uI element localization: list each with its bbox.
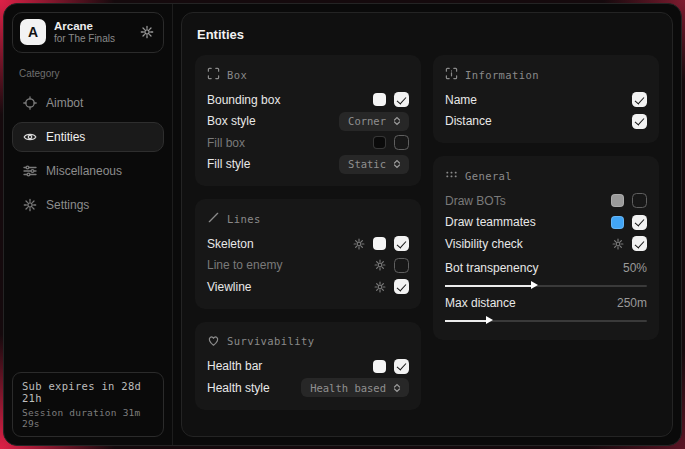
card-title: Box bbox=[227, 69, 247, 81]
color-swatch[interactable] bbox=[611, 216, 624, 229]
card-title: General bbox=[465, 170, 512, 182]
gear-icon bbox=[23, 198, 37, 212]
checkbox[interactable] bbox=[394, 92, 409, 107]
general-card-header: General bbox=[445, 168, 647, 183]
color-swatch[interactable] bbox=[373, 237, 386, 250]
bot-transparency-slider[interactable] bbox=[445, 285, 647, 287]
gear-icon[interactable] bbox=[374, 281, 386, 293]
crosshair-icon bbox=[23, 96, 37, 110]
setting-label: Health style bbox=[207, 381, 301, 395]
dropdown-value: Static bbox=[348, 158, 386, 170]
sub-expires-text: Sub expires in 28d 21h bbox=[22, 380, 154, 404]
sidebar-item-miscellaneous[interactable]: Miscellaneous bbox=[12, 156, 164, 186]
box-card: Box Bounding box Box style Corne bbox=[195, 55, 421, 186]
unfold-icon bbox=[392, 159, 402, 169]
setting-row-line-to-enemy: Line to enemy bbox=[207, 255, 409, 277]
setting-row-bounding-box: Bounding box bbox=[207, 89, 409, 111]
setting-label: Fill style bbox=[207, 157, 339, 171]
gear-icon[interactable] bbox=[140, 25, 154, 39]
color-swatch[interactable] bbox=[373, 93, 386, 106]
sidebar-item-settings[interactable]: Settings bbox=[12, 190, 164, 220]
sliders-icon bbox=[23, 164, 37, 178]
box-style-dropdown[interactable]: Corner bbox=[339, 112, 409, 131]
right-column: Information Name Distance bbox=[433, 55, 659, 410]
setting-row-fill-box: Fill box bbox=[207, 132, 409, 154]
setting-label: Line to enemy bbox=[207, 258, 374, 272]
max-distance-slider-block: Max distance 250m bbox=[445, 294, 647, 322]
general-card: General Draw BOTs Draw teammates bbox=[433, 156, 659, 340]
logo-card: A Arcane for The Finals bbox=[12, 12, 164, 53]
survivability-card-header: Survivability bbox=[207, 334, 409, 349]
gear-icon[interactable] bbox=[374, 259, 386, 271]
setting-row-skeleton: Skeleton bbox=[207, 233, 409, 255]
lines-card-header: Lines bbox=[207, 211, 409, 226]
box-card-header: Box bbox=[207, 67, 409, 82]
entities-eye-icon bbox=[23, 130, 37, 144]
slider-label: Max distance bbox=[445, 296, 516, 310]
checkbox[interactable] bbox=[394, 279, 409, 294]
subscription-info-card: Sub expires in 28d 21h Session duration … bbox=[12, 372, 164, 437]
color-swatch[interactable] bbox=[373, 136, 386, 149]
setting-row-distance: Distance bbox=[445, 111, 647, 133]
setting-row-draw-bots: Draw BOTs bbox=[445, 190, 647, 212]
setting-label: Health bar bbox=[207, 359, 373, 373]
setting-row-draw-teammates: Draw teammates bbox=[445, 212, 647, 234]
slider-fill bbox=[445, 320, 487, 322]
color-swatch[interactable] bbox=[373, 360, 386, 373]
setting-label: Visibility check bbox=[445, 237, 612, 251]
setting-row-box-style: Box style Corner bbox=[207, 111, 409, 133]
page-title: Entities bbox=[197, 27, 657, 42]
app-subtitle: for The Finals bbox=[54, 33, 115, 46]
diagonal-line-icon bbox=[207, 211, 220, 226]
setting-label: Fill box bbox=[207, 136, 373, 150]
bot-transparency-slider-block: Bot transpenency 50% bbox=[445, 259, 647, 287]
setting-row-visibility-check: Visibility check bbox=[445, 233, 647, 255]
slider-fill bbox=[445, 285, 532, 287]
card-title: Survivability bbox=[227, 335, 314, 347]
category-label: Category bbox=[19, 68, 157, 79]
setting-label: Distance bbox=[445, 114, 632, 128]
max-distance-slider[interactable] bbox=[445, 320, 647, 322]
color-swatch[interactable] bbox=[611, 194, 624, 207]
information-card: Information Name Distance bbox=[433, 55, 659, 143]
sidebar-item-aimbot[interactable]: Aimbot bbox=[12, 88, 164, 118]
sidebar: A Arcane for The Finals Category Aimbot bbox=[4, 4, 173, 445]
sidebar-item-label: Settings bbox=[46, 198, 89, 212]
card-title: Information bbox=[465, 69, 539, 81]
setting-label: Skeleton bbox=[207, 237, 353, 251]
app-title-block: Arcane for The Finals bbox=[54, 19, 115, 46]
dropdown-value: Health based bbox=[310, 382, 386, 394]
sidebar-item-label: Entities bbox=[46, 130, 85, 144]
checkbox[interactable] bbox=[394, 236, 409, 251]
checkbox[interactable] bbox=[394, 135, 409, 150]
slider-value: 250m bbox=[617, 296, 647, 310]
checkbox[interactable] bbox=[632, 215, 647, 230]
setting-row-health-bar: Health bar bbox=[207, 356, 409, 378]
card-title: Lines bbox=[227, 213, 261, 225]
information-card-header: Information bbox=[445, 67, 647, 82]
checkbox[interactable] bbox=[632, 193, 647, 208]
gear-icon[interactable] bbox=[612, 238, 624, 250]
checkbox[interactable] bbox=[632, 114, 647, 129]
checkbox[interactable] bbox=[394, 258, 409, 273]
checkbox[interactable] bbox=[632, 236, 647, 251]
sidebar-item-entities[interactable]: Entities bbox=[12, 122, 164, 152]
setting-row-health-style: Health style Health based bbox=[207, 377, 409, 399]
setting-row-viewline: Viewline bbox=[207, 276, 409, 298]
dropdown-value: Corner bbox=[348, 115, 386, 127]
fill-style-dropdown[interactable]: Static bbox=[339, 155, 409, 174]
setting-label: Name bbox=[445, 93, 632, 107]
app-window: A Arcane for The Finals Category Aimbot bbox=[3, 3, 682, 446]
grid-dots-icon bbox=[445, 168, 458, 183]
heart-icon bbox=[207, 334, 220, 349]
gear-icon[interactable] bbox=[353, 238, 365, 250]
health-style-dropdown[interactable]: Health based bbox=[301, 378, 409, 397]
slider-label: Bot transpenency bbox=[445, 261, 538, 275]
checkbox[interactable] bbox=[394, 359, 409, 374]
unfold-icon bbox=[392, 116, 402, 126]
bounding-brackets-icon bbox=[207, 67, 220, 82]
setting-label: Draw BOTs bbox=[445, 194, 611, 208]
checkbox[interactable] bbox=[632, 92, 647, 107]
setting-row-name: Name bbox=[445, 89, 647, 111]
unfold-icon bbox=[392, 383, 402, 393]
